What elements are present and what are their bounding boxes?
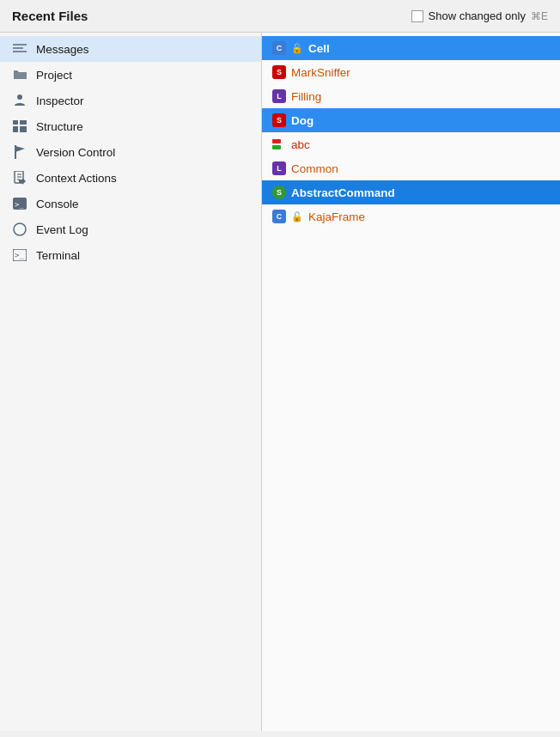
file-name-marksniffer: MarkSniffer	[291, 66, 350, 79]
svg-rect-7	[20, 126, 27, 132]
file-name-abc: abc	[291, 138, 310, 151]
file-list: C 🔓 Cell S MarkSniffer L Filling S Dog	[262, 33, 560, 731]
sidebar-item-label-messages: Messages	[36, 43, 89, 56]
sidebar-item-label-project: Project	[36, 69, 72, 82]
file-name-abstractcommand: AbstractCommand	[291, 186, 395, 199]
svg-marker-13	[19, 178, 26, 185]
badge-l-filling: L	[272, 89, 286, 103]
sidebar-item-label-context-actions: Context Actions	[36, 172, 117, 185]
show-changed-shortcut: ⌘E	[531, 10, 548, 22]
doc-icon	[12, 170, 27, 186]
file-item-filling[interactable]: L Filling	[262, 84, 560, 108]
sidebar-item-event-log[interactable]: Event Log	[0, 216, 261, 242]
svg-text:>_: >_	[15, 251, 24, 259]
svg-point-3	[17, 94, 22, 100]
svg-rect-6	[13, 126, 18, 132]
unlock-icon-cell: 🔓	[291, 42, 303, 54]
sidebar: Messages Project Inspector	[0, 33, 262, 731]
sidebar-item-version-control[interactable]: Version Control	[0, 139, 261, 165]
unlock-icon-kajaframe: 🔓	[291, 210, 303, 222]
badge-c-cell: C	[272, 41, 286, 55]
file-item-common[interactable]: L Common	[262, 156, 560, 180]
badge-l-common: L	[272, 161, 286, 175]
sidebar-item-structure[interactable]: Structure	[0, 113, 261, 139]
sidebar-item-project[interactable]: Project	[0, 62, 261, 88]
svg-point-16	[14, 223, 26, 235]
file-item-marksniffer[interactable]: S MarkSniffer	[262, 60, 560, 84]
sidebar-item-inspector[interactable]: Inspector	[0, 88, 261, 113]
badge-s-dog: S	[272, 113, 286, 127]
main-content: Messages Project Inspector	[0, 33, 560, 731]
svg-rect-5	[20, 120, 27, 125]
terminal-icon: >_	[12, 196, 27, 211]
file-item-kajaframe[interactable]: C 🔓 KajaFrame	[262, 204, 560, 228]
app-container: Recent Files Show changed only ⌘E Messag…	[0, 0, 560, 731]
file-name-cell: Cell	[308, 42, 330, 55]
structure-icon	[12, 119, 27, 134]
sidebar-item-terminal[interactable]: >_ Terminal	[0, 242, 261, 268]
file-name-dog: Dog	[291, 114, 313, 127]
terminal2-icon: >_	[12, 247, 27, 263]
file-name-common: Common	[291, 162, 338, 175]
file-item-cell[interactable]: C 🔓 Cell	[262, 36, 560, 60]
file-name-filling: Filling	[291, 90, 321, 103]
sidebar-item-label-inspector: Inspector	[36, 94, 84, 107]
sidebar-item-context-actions[interactable]: Context Actions	[0, 165, 261, 191]
folder-icon	[12, 67, 27, 82]
header: Recent Files Show changed only ⌘E	[0, 0, 560, 33]
file-item-abc[interactable]: abc	[262, 132, 560, 156]
circle-icon	[12, 222, 27, 237]
show-changed-checkbox[interactable]	[411, 10, 423, 22]
traffic-light-icon	[272, 137, 286, 151]
sidebar-item-label-console: Console	[36, 198, 79, 210]
badge-s-abstractcommand: S	[272, 186, 286, 199]
flag-icon	[12, 144, 27, 160]
show-changed-label: Show changed only	[429, 9, 526, 22]
sidebar-item-label-terminal: Terminal	[36, 249, 80, 262]
sidebar-item-label-event-log: Event Log	[36, 223, 88, 236]
show-changed-container: Show changed only ⌘E	[411, 9, 549, 22]
file-name-kajaframe: KajaFrame	[308, 210, 365, 223]
sidebar-item-messages[interactable]: Messages	[0, 36, 261, 62]
svg-rect-4	[13, 120, 18, 125]
badge-s-marksniffer: S	[272, 65, 286, 79]
file-item-dog[interactable]: S Dog	[262, 108, 560, 132]
sidebar-item-console[interactable]: >_ Console	[0, 191, 261, 216]
lines-icon	[12, 41, 27, 57]
page-title: Recent Files	[12, 9, 88, 23]
file-item-abstractcommand[interactable]: S AbstractCommand	[262, 180, 560, 204]
badge-c-kajaframe: C	[272, 210, 286, 223]
sidebar-item-label-version-control: Version Control	[36, 146, 115, 159]
sidebar-item-label-structure: Structure	[36, 120, 83, 133]
svg-text:>_: >_	[15, 200, 24, 209]
person-icon	[12, 93, 27, 108]
